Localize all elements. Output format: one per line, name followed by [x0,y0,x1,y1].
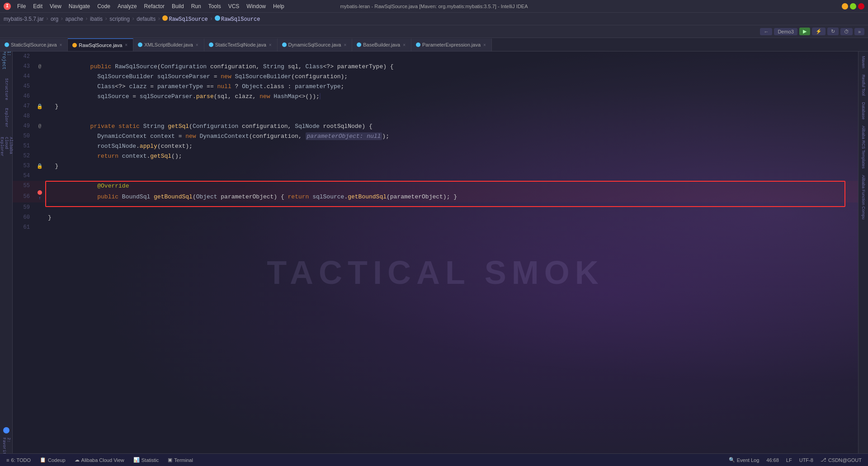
watermark-text: TACTICAL SMOK [267,254,604,291]
minimize-button[interactable] [842,3,848,9]
breadcrumb-defaults[interactable]: defaults [137,16,156,22]
line-num-55: 55 [13,183,35,189]
menu-file[interactable]: File [14,2,28,10]
titlebar-left: I File Edit View Navigate Code Analyze R… [4,2,287,10]
breakpoint-56[interactable] [38,190,42,195]
right-sidebar-rcs[interactable]: Alibaba RCS Templates [860,123,867,171]
right-sidebar-restful[interactable]: Restful Tool [860,72,867,99]
run-button[interactable]: ▶ [799,28,810,35]
tab-close-parameterexpression[interactable]: × [482,42,487,47]
statusbar-todo[interactable]: ≡ 6: TODO [4,457,33,464]
statusbar-git[interactable]: ⎇ CSDN@GOUT [818,456,864,464]
menu-run[interactable]: Run [189,2,204,10]
sidebar-structure-icon[interactable]: Structure [1,84,11,94]
statusbar-event-log[interactable]: 🔍 Event Log [726,456,762,464]
close-button[interactable] [858,3,864,9]
breadcrumb-scripting[interactable]: scripting [109,16,130,22]
tab-close-statictextsqlnode[interactable]: × [268,42,273,47]
tab-label-statictextsqlnode: StaticTextSqlNode.java [215,42,266,47]
tab-close-staticsqlsource[interactable]: × [59,42,63,47]
code-line-60: 60 } [13,212,858,222]
code-line-46: 46 sqlSource = sqlSourceParser.parse(sql… [13,91,858,101]
terminal-icon: ▣ [168,457,172,463]
tab-rawsqlsource[interactable]: RawSqlSource.java × [68,38,133,51]
breadcrumb-file2[interactable]: RawSqlSource [215,15,260,23]
code-editor[interactable]: TACTICAL SMOK 42 43 @ public RawSqlSourc… [13,52,858,453]
code-content[interactable]: 42 43 @ public RawSqlSource(Configuratio… [13,52,858,232]
tab-icon-statictextsqlnode [209,42,213,47]
right-sidebar-maven[interactable]: Maven [860,53,867,71]
menu-help[interactable]: Help [270,2,287,10]
breadcrumb-file1[interactable]: RawSqlSource [162,15,208,23]
tab-close-dynamicsqlsource[interactable]: × [343,42,347,47]
window-controls[interactable] [842,3,864,9]
breadcrumb-apache[interactable]: apache [65,16,83,22]
app-logo: I [4,3,11,10]
left-sidebar[interactable]: 1: Project Structure Explorer Alibaba Cl… [0,52,13,453]
build-button[interactable]: ⚡ [812,28,826,35]
menu-tools[interactable]: Tools [206,2,224,10]
line-code-53[interactable]: } [44,163,858,169]
tab-dynamicsqlsource[interactable]: DynamicSqlSource.java × [278,38,353,51]
breadcrumb-ibatis[interactable]: ibatis [90,16,103,22]
breadcrumb-org[interactable]: org [51,16,58,22]
highlight-region: 55 @Override 56 ↑ public BoundSql getBou… [13,181,858,202]
tab-icon-staticsqlsource [5,42,9,47]
right-sidebar-function[interactable]: Alibaba Function Compu [860,172,867,222]
statusbar-codeup[interactable]: 📋 Codeup [37,456,68,464]
sidebar-dot-icon[interactable] [3,427,9,433]
menu-vcs[interactable]: VCS [226,2,242,10]
statusbar-position[interactable]: 46:68 [764,457,782,464]
tabs-bar[interactable]: StaticSqlSource.java × RawSqlSource.java… [0,38,868,52]
tab-xmlscriptbuilder[interactable]: XMLScriptBuilder.java × [133,38,204,51]
line-num-50: 50 [13,133,35,139]
statusbar-line-sep[interactable]: LF [783,457,795,464]
line-num-51: 51 [13,143,35,149]
tab-label-basebuilder: BaseBuilder.java [363,42,400,47]
cloud-icon: ☁ [75,457,80,463]
maximize-button[interactable] [850,3,856,9]
tab-close-xmlscriptbuilder[interactable]: × [195,42,199,47]
tab-statictextsqlnode[interactable]: StaticTextSqlNode.java × [204,38,278,51]
line-code-60[interactable]: } [44,214,858,221]
tab-label-staticsqlsource: StaticSqlSource.java [11,42,57,47]
tab-staticsqlsource[interactable]: StaticSqlSource.java × [0,38,68,51]
menu-view[interactable]: View [47,2,64,10]
statusbar-cloud-view[interactable]: ☁ Alibaba Cloud View [72,456,127,464]
gutter-43: @ [35,64,44,69]
menu-edit[interactable]: Edit [30,2,45,10]
menu-code[interactable]: Code [94,2,113,10]
line-code-47[interactable]: } [44,103,858,110]
line-sep-label: LF [786,457,792,463]
refresh-button[interactable]: ↻ [827,28,839,35]
statusbar-statistic[interactable]: 📊 Statistic [131,456,162,464]
statusbar-terminal[interactable]: ▣ Terminal [165,456,196,464]
gutter-47: 🔒 [35,104,44,109]
codeup-label: Codeup [48,457,66,463]
tab-close-rawsqlsource[interactable]: × [124,42,128,47]
code-line-59: 59 [13,202,858,212]
more-button[interactable]: » [854,28,864,35]
sidebar-explorer-icon[interactable]: Explorer [1,113,11,123]
sidebar-cloud-icon[interactable]: Alibaba Cloud Explorer [1,142,11,152]
back-button[interactable]: ← [760,28,772,35]
tab-close-basebuilder[interactable]: × [402,42,406,47]
tab-basebuilder[interactable]: BaseBuilder.java × [352,38,411,51]
right-sidebar-database[interactable]: Database [860,99,867,122]
sidebar-project-icon[interactable]: 1: Project [1,55,11,65]
breadcrumb-jar[interactable]: mybatis-3.5.7.jar [4,16,44,22]
menu-refactor[interactable]: Refactor [142,2,167,10]
line-num-54: 54 [13,173,35,179]
menu-analyze[interactable]: Analyze [115,2,140,10]
right-sidebar[interactable]: Maven Restful Tool Database Alibaba RCS … [858,52,868,453]
menu-bar[interactable]: File Edit View Navigate Code Analyze Ref… [14,2,287,10]
timer-button[interactable]: ⏱ [840,28,853,35]
demo-selector[interactable]: Demo3 [774,28,797,35]
sidebar-favorites-icon[interactable]: 2: Favorites [1,443,11,453]
statusbar-encoding[interactable]: UTF-8 [797,457,816,464]
encoding-label: UTF-8 [799,457,813,463]
menu-window[interactable]: Window [244,2,269,10]
menu-navigate[interactable]: Navigate [66,2,93,10]
tab-parameterexpression[interactable]: ParameterExpression.java × [411,38,492,51]
menu-build[interactable]: Build [169,2,187,10]
